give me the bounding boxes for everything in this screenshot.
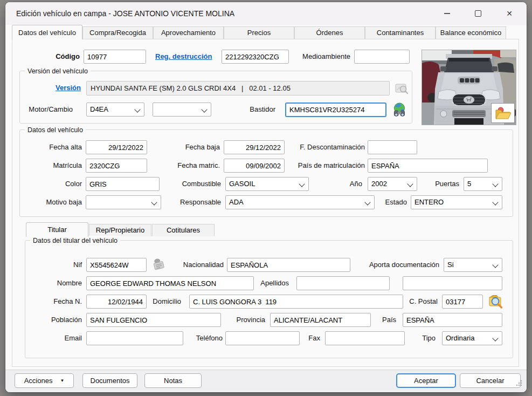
- combustible-select[interactable]: GASOIL: [225, 177, 309, 191]
- codigo-label: Código: [27, 50, 80, 64]
- color-input[interactable]: [86, 177, 160, 191]
- minimize-button[interactable]: [439, 6, 455, 21]
- vin-search-globe-icon[interactable]: [392, 102, 407, 117]
- motor-select[interactable]: D4EA: [86, 103, 144, 117]
- chevron-down-icon: [201, 106, 207, 112]
- chevron-down-icon: [407, 181, 413, 187]
- nif-input[interactable]: [86, 258, 147, 272]
- acciones-label: Acciones: [24, 377, 53, 385]
- responsable-label: Responsable: [178, 195, 221, 209]
- motivo-baja-label: Motivo baja: [27, 195, 82, 209]
- ano-select[interactable]: 2002: [368, 177, 417, 191]
- fax-label: Fax: [299, 331, 320, 345]
- version-group-legend: Versión del vehículo: [25, 66, 91, 76]
- fecha-alta-input[interactable]: [86, 140, 147, 154]
- apellidos-label: Apellidos: [257, 276, 289, 290]
- reg-destruccion-link[interactable]: Reg. destrucción: [155, 50, 212, 64]
- version-link[interactable]: Versión: [56, 81, 81, 95]
- tab-titular[interactable]: Titular: [26, 222, 88, 237]
- c-postal-input[interactable]: [442, 295, 483, 309]
- pais-input[interactable]: [403, 313, 502, 327]
- tab-rep-propietario[interactable]: Rep/Propietario: [89, 224, 151, 236]
- f-descontaminacion-label: F. Descontaminación: [289, 140, 365, 154]
- reg-destruccion-input[interactable]: [222, 50, 289, 64]
- resize-grip[interactable]: [515, 379, 523, 389]
- apellidos2-input[interactable]: [403, 276, 502, 290]
- motivo-baja-select[interactable]: [86, 195, 161, 209]
- aceptar-button[interactable]: Aceptar: [396, 373, 456, 388]
- medioambiente-input[interactable]: [354, 50, 410, 64]
- apellidos-input[interactable]: [296, 276, 390, 290]
- fecha-n-label: Fecha N.: [38, 295, 82, 309]
- version-search-icon[interactable]: [395, 82, 409, 95]
- tab-cotitulares[interactable]: Cotitulares: [152, 224, 215, 236]
- chevron-down-icon: [134, 106, 140, 112]
- nombre-input[interactable]: [86, 276, 254, 290]
- pais-matriculacion-label: País de matriculación: [287, 159, 365, 173]
- tab-aprovechamiento[interactable]: Aprovechamiento: [153, 26, 224, 39]
- chevron-down-icon: [492, 199, 498, 205]
- minimize-icon: [444, 13, 450, 14]
- nif-label: Nif: [38, 258, 82, 272]
- fax-input[interactable]: [325, 331, 405, 345]
- f-descontaminacion-input[interactable]: [368, 140, 417, 154]
- provincia-input[interactable]: [270, 313, 371, 327]
- responsable-select[interactable]: ADA: [225, 195, 375, 209]
- chevron-down-icon: [299, 181, 305, 187]
- tab-contaminantes[interactable]: Contaminantes: [365, 26, 436, 39]
- tab-datos-del-vehiculo[interactable]: Datos del vehículo: [12, 25, 82, 39]
- combustible-label: Combustible: [178, 177, 221, 191]
- estado-select[interactable]: ENTERO: [411, 195, 502, 209]
- provincia-label: Provincia: [235, 313, 265, 327]
- tab-ordenes[interactable]: Órdenes: [294, 26, 365, 39]
- email-input[interactable]: [86, 331, 183, 345]
- vehiculo-group-legend: Datos del vehículo: [25, 125, 86, 135]
- tab-compra-recogida[interactable]: Compra/Recogida: [82, 26, 153, 39]
- titular-group-legend: Datos del titular del vehículo: [30, 236, 120, 245]
- fecha-n-input[interactable]: [86, 295, 147, 309]
- notas-button[interactable]: Notas: [144, 373, 202, 388]
- matricula-label: Matrícula: [27, 159, 82, 173]
- close-button[interactable]: ✕: [501, 6, 517, 21]
- nacionalidad-input[interactable]: [227, 258, 350, 272]
- version-field: HYUNDAI SANTA FE (SM) 2.0 GLS CRDI 4X4 |…: [86, 81, 390, 95]
- color-label: Color: [27, 177, 82, 191]
- fecha-baja-input[interactable]: [224, 140, 285, 154]
- cambio-select[interactable]: [153, 103, 211, 117]
- nif-stamp-icon[interactable]: [151, 256, 167, 272]
- cancelar-button[interactable]: Cancelar: [460, 373, 521, 388]
- dialog-window: Edición vehículo en campa - JOSE ANTONIO…: [5, 2, 527, 392]
- email-label: Email: [38, 331, 82, 345]
- pais-matriculacion-input[interactable]: [368, 159, 488, 173]
- tab-precios[interactable]: Precios: [224, 26, 294, 39]
- documentos-button[interactable]: Documentos: [82, 373, 137, 388]
- maximize-button[interactable]: [470, 6, 486, 21]
- tipo-label: Tipo: [416, 331, 436, 345]
- title-bar[interactable]: Edición vehículo en campa - JOSE ANTONIO…: [5, 2, 527, 25]
- photo-folder-icon[interactable]: [491, 103, 515, 123]
- window-title: Edición vehículo en campa - JOSE ANTONIO…: [16, 2, 234, 25]
- nacionalidad-label: Nacionalidad: [178, 258, 224, 272]
- tipo-select[interactable]: Ordinaria: [442, 331, 502, 345]
- fecha-matric-label: Fecha matric.: [165, 159, 220, 173]
- footer-bar: Acciones ▼ Documentos Notas Aceptar Canc…: [5, 370, 527, 392]
- matricula-input[interactable]: [86, 159, 147, 173]
- fecha-matric-input[interactable]: [224, 159, 285, 173]
- c-postal-search-folder-icon[interactable]: [487, 293, 505, 309]
- codigo-input[interactable]: [84, 50, 146, 64]
- bastidor-input[interactable]: [285, 103, 386, 117]
- aporta-documentacion-select[interactable]: Si: [444, 258, 502, 272]
- poblacion-input[interactable]: [86, 313, 221, 327]
- acciones-menu-button[interactable]: Acciones ▼: [15, 373, 74, 388]
- domicilio-input[interactable]: [189, 295, 403, 309]
- telefono-input[interactable]: [225, 331, 300, 345]
- puertas-select[interactable]: 5: [464, 177, 502, 191]
- ano-label: Año: [340, 177, 362, 191]
- motor-cambio-label: Motor/Cambio: [19, 103, 73, 117]
- tab-balance-economico[interactable]: Balance económico: [436, 26, 506, 39]
- puertas-label: Puertas: [431, 177, 459, 191]
- poblacion-label: Población: [38, 313, 82, 327]
- fecha-alta-label: Fecha alta: [27, 140, 82, 154]
- chevron-down-icon: [151, 199, 157, 205]
- nombre-label: Nombre: [38, 276, 82, 290]
